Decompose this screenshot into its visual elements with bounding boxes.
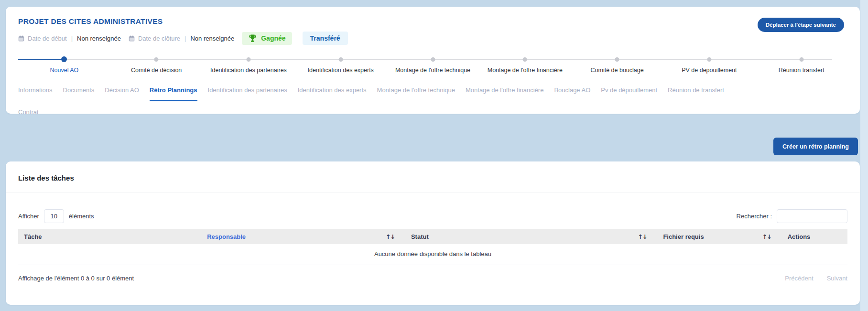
step-dot [154, 57, 159, 62]
create-retro-planning-button[interactable]: Créer un rétro planning [773, 138, 858, 155]
calendar-icon [129, 35, 135, 42]
step-label: Comité de bouclage [571, 67, 663, 74]
stepper-step-comit-de-bouclage: Comité de bouclage [571, 56, 663, 74]
stepper-step-r-union-transfert: Réunion transfert [755, 56, 847, 74]
tab-pv-de-d-pouillement[interactable]: Pv de dépouillement [601, 86, 657, 101]
tab-contrat[interactable]: Contrat [18, 108, 39, 122]
step-dot [246, 57, 250, 62]
step-label: Réunion transfert [755, 67, 847, 74]
transfer-badge-label: Transféré [310, 34, 340, 42]
stepper: Nouvel AOComité de décisionIdentificatio… [18, 56, 847, 74]
status-badge-won: Gagnée [242, 32, 292, 45]
column-header-statut[interactable]: Statut↑↓ [406, 229, 658, 244]
column-label: Fichier requis [663, 233, 704, 240]
stepper-step-identification-des-partenaires: Identification des partenaires [203, 56, 295, 74]
length-prefix-label: Afficher [18, 213, 39, 220]
step-label: Nouvel AO [18, 67, 110, 74]
tab-d-cision-ao[interactable]: Décision AO [105, 86, 139, 101]
page-length-input[interactable] [44, 209, 64, 223]
length-suffix-label: éléments [69, 213, 94, 220]
tab-identification-des-partenaires[interactable]: Identification des partenaires [208, 86, 287, 101]
step-dot [799, 57, 803, 62]
task-table: TâcheResponsable↑↓Statut↑↓Fichier requis… [18, 229, 847, 265]
table-header-row: TâcheResponsable↑↓Statut↑↓Fichier requis… [18, 229, 847, 244]
column-label: Actions [788, 233, 811, 240]
column-header-t-che: Tâche [18, 229, 202, 244]
stepper-step-comit-de-d-cision: Comité de décision [110, 56, 203, 74]
step-label: Identification des experts [294, 67, 387, 74]
end-date-meta: Date de clôture | Non renseignée [129, 35, 234, 42]
start-date-value: Non renseignée [77, 35, 121, 42]
column-label: Tâche [24, 233, 42, 240]
tabs: InformationsDocumentsDécision AORétro Pl… [18, 86, 847, 122]
won-badge-label: Gagnée [261, 34, 285, 42]
step-label: Montage de l'offre financière [479, 67, 571, 74]
tab-bouclage-ao[interactable]: Bouclage AO [554, 86, 590, 101]
step-dot [431, 57, 435, 62]
task-list-card: Liste des tâches Afficher éléments Reche… [6, 161, 860, 305]
table-controls: Afficher éléments Rechercher : [6, 193, 860, 223]
column-label: Statut [411, 233, 429, 240]
project-header-card: PROJET DES CITES ADMINISTRATIVES Déplace… [6, 7, 860, 114]
search-control: Rechercher : [737, 209, 847, 223]
step-label: Identification des partenaires [203, 67, 295, 74]
stepper-step-nouvel-ao: Nouvel AO [18, 56, 110, 74]
meta-separator: | [184, 35, 186, 42]
tab-row: Contrat [18, 108, 847, 122]
page-scrollbar[interactable] [860, 0, 868, 311]
stepper-step-montage-de-l-offre-technique: Montage de l'offre technique [387, 56, 479, 74]
calendar-icon [18, 35, 24, 42]
page-title: PROJET DES CITES ADMINISTRATIVES [18, 7, 847, 26]
tab-montage-de-l-offre-technique[interactable]: Montage de l'offre technique [377, 86, 455, 101]
tab-identification-des-experts[interactable]: Identification des experts [298, 86, 367, 101]
status-badge-transferred: Transféré [303, 32, 348, 45]
pager: Précédent Suivant [785, 275, 847, 282]
empty-state-text: Aucune donnée disponible dans le tableau [18, 244, 847, 265]
sort-icon[interactable]: ↑↓ [386, 233, 401, 240]
column-header-responsable[interactable]: Responsable↑↓ [202, 229, 406, 244]
task-list-title: Liste des tâches [6, 161, 860, 182]
start-date-label: Date de début [28, 35, 67, 42]
sort-icon[interactable]: ↑↓ [762, 233, 778, 240]
project-meta-row: Date de début | Non renseignée Date de c… [18, 32, 847, 45]
tab-documents[interactable]: Documents [63, 86, 95, 101]
meta-separator: | [71, 35, 73, 42]
table-footer: Affichage de l'élément 0 à 0 sur 0 éléme… [6, 265, 860, 282]
task-table-wrap: TâcheResponsable↑↓Statut↑↓Fichier requis… [6, 223, 860, 265]
step-label: Comité de décision [110, 67, 203, 74]
column-label: Responsable [207, 233, 246, 240]
step-dot [523, 57, 527, 62]
stepper-step-pv-de-depouillement: PV de depouillement [663, 56, 755, 74]
stepper-step-montage-de-l-offre-financi-re: Montage de l'offre financière [479, 56, 571, 74]
step-dot [707, 57, 711, 62]
page-length-control: Afficher éléments [18, 209, 94, 223]
tab-informations[interactable]: Informations [18, 86, 53, 101]
table-empty-row: Aucune donnée disponible dans le tableau [18, 244, 847, 265]
previous-page-button[interactable]: Précédent [785, 275, 813, 282]
step-dot [338, 57, 343, 62]
tab-r-union-de-transfert[interactable]: Réunion de transfert [668, 86, 724, 101]
pagination-info: Affichage de l'élément 0 à 0 sur 0 éléme… [18, 275, 134, 282]
tab-row: InformationsDocumentsDécision AORétro Pl… [18, 86, 847, 101]
start-date-meta: Date de début | Non renseignée [18, 35, 121, 42]
search-label: Rechercher : [737, 213, 772, 220]
sort-icon[interactable]: ↑↓ [638, 233, 653, 240]
tab-montage-de-l-offre-financi-re[interactable]: Montage de l'offre financière [466, 86, 543, 101]
step-dot [615, 57, 619, 62]
column-header-fichier-requis[interactable]: Fichier requis↑↓ [658, 229, 782, 244]
stepper-step-identification-des-experts: Identification des experts [294, 56, 387, 74]
trophy-icon [248, 34, 257, 43]
column-header-actions: Actions [783, 229, 847, 244]
step-label: Montage de l'offre technique [387, 67, 479, 74]
move-next-step-button[interactable]: Déplacer à l'étape suivante [758, 18, 844, 32]
end-date-value: Non renseignée [190, 35, 234, 42]
end-date-label: Date de clôture [138, 35, 180, 42]
step-label: PV de depouillement [663, 67, 755, 74]
step-dot [61, 56, 67, 62]
search-input[interactable] [777, 209, 847, 223]
next-page-button[interactable]: Suivant [827, 275, 847, 282]
tab-r-tro-plannings[interactable]: Rétro Plannings [150, 86, 197, 101]
